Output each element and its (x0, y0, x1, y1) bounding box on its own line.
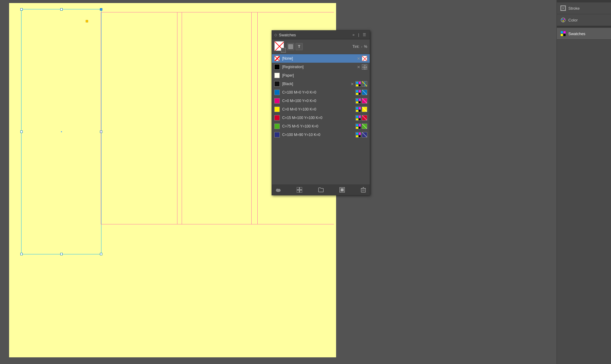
new-swatch-icon (339, 187, 345, 193)
svg-rect-13 (359, 82, 361, 84)
svg-rect-56 (359, 133, 361, 135)
sidebar-item-color[interactable]: Color (557, 14, 611, 26)
handle-bot-left[interactable] (20, 253, 23, 255)
swatch-name-blue: C=100 M=90 Y=10 K=0 (282, 133, 353, 137)
svg-point-80 (562, 19, 563, 20)
color-label: Color (568, 18, 578, 22)
swatch-icons-m100 (355, 98, 367, 104)
trash-icon (361, 187, 366, 193)
svg-rect-41 (356, 116, 358, 118)
swatch-color-registration (274, 64, 280, 70)
svg-line-3 (275, 56, 280, 61)
svg-rect-49 (359, 124, 361, 126)
swatch-color-c100 (274, 90, 280, 95)
svg-point-82 (563, 20, 564, 22)
svg-rect-86 (563, 34, 566, 36)
svg-rect-44 (359, 118, 361, 121)
swatch-icons-red (355, 115, 367, 121)
swatch-color-m100 (274, 98, 280, 104)
swatch-name-m100: C=0 M=100 Y=0 K=0 (282, 99, 353, 103)
svg-rect-37 (359, 110, 361, 112)
handle-top-right[interactable] (100, 8, 102, 11)
swatch-name-red: C=15 M=100 Y=100 K=0 (282, 116, 353, 120)
center-dot (61, 131, 62, 132)
c100-color-icon (362, 90, 367, 95)
svg-rect-35 (359, 107, 361, 109)
swatch-color-paper (274, 73, 280, 78)
handle-mid-right[interactable] (100, 131, 102, 133)
swatch-name-green: C=75 M=5 Y=100 K=0 (282, 124, 353, 128)
swatches-panel: ◇ Swatches » | ☰ (272, 30, 370, 195)
m100-cmyk-icon (355, 98, 361, 104)
delete-swatch-btn[interactable] (360, 187, 367, 193)
handle-mid-left[interactable] (20, 131, 23, 133)
swatch-row-black[interactable]: [Black] ✕ (272, 80, 370, 88)
swatch-row-paper[interactable]: [Paper] (272, 71, 370, 80)
svg-rect-22 (356, 93, 358, 95)
swatches-label: Swatches (568, 31, 585, 36)
swatch-row-registration[interactable]: [Registration] ✕ (272, 63, 370, 71)
panel-menu-btn[interactable]: ☰ (362, 32, 367, 38)
swatch-color-none (274, 56, 280, 61)
cloud-btn[interactable] (275, 187, 282, 193)
fill-stroke-preview[interactable] (274, 41, 285, 52)
sidebar-item-stroke[interactable]: Stroke (557, 2, 611, 14)
guide-vertical-4 (251, 12, 252, 224)
panel-footer (272, 184, 370, 195)
tint-label: Tint: (352, 45, 359, 49)
black-scissors-icon: ✕ (350, 81, 355, 86)
svg-rect-29 (356, 101, 358, 104)
sidebar-item-swatches[interactable]: Swatches (557, 28, 611, 40)
swatch-row-blue[interactable]: C=100 M=90 Y=10 K=0 (272, 131, 370, 139)
fill-stroke-toggle: T (287, 43, 303, 50)
cloud-icon (275, 187, 281, 192)
guide-vertical-5 (257, 12, 258, 224)
reg-scissors-icon: ✕ (356, 65, 361, 69)
swatch-name-none: [None] (282, 56, 354, 61)
handle-bot-right[interactable] (100, 253, 102, 255)
swatch-row-none[interactable]: [None] ✕ (272, 54, 370, 63)
swatch-row-m100[interactable]: C=0 M=100 Y=0 K=0 (272, 97, 370, 105)
swatch-row-green[interactable]: C=75 M=5 Y=100 K=0 (272, 122, 370, 131)
svg-rect-84 (563, 31, 566, 33)
titlebar-controls: » | ☰ (351, 32, 367, 38)
svg-rect-50 (356, 127, 358, 129)
new-swatch-btn[interactable] (339, 187, 345, 193)
handle-bot-mid[interactable] (60, 253, 63, 255)
red-cmyk-icon (355, 115, 361, 121)
handle-top-left[interactable] (20, 8, 23, 11)
swatch-color-y100 (274, 107, 280, 112)
swatch-row-c100[interactable]: C=100 M=0 Y=0 K=0 (272, 88, 370, 97)
swatch-row-y100[interactable]: C=0 M=0 Y=100 K=0 (272, 105, 370, 114)
stroke-text-btn[interactable]: T (296, 43, 303, 50)
guide-vertical-2 (177, 12, 177, 224)
none-x-icon (275, 56, 280, 61)
grid-view-btn[interactable] (296, 187, 303, 193)
green-color-icon (362, 124, 367, 129)
color-panel-icon (560, 17, 566, 23)
swatch-name-paper: [Paper] (282, 73, 367, 78)
sidebar-top-spacer (557, 0, 611, 2)
swatches-list: [None] ✕ [Registration] ✕ (272, 54, 370, 139)
svg-point-63 (278, 189, 280, 191)
svg-rect-51 (359, 127, 361, 129)
handle-top-mid[interactable] (60, 8, 63, 11)
svg-rect-48 (356, 124, 358, 126)
swatch-icons-c100 (355, 90, 367, 95)
swatch-name-black: [Black] (282, 82, 347, 86)
separator: | (357, 32, 360, 38)
expand-panel-btn[interactable]: » (351, 32, 356, 38)
canvas-area: ◇ Swatches » | ☰ (0, 0, 557, 364)
svg-rect-83 (561, 31, 563, 33)
red-color-icon (362, 115, 367, 121)
swatch-row-red[interactable]: C=15 M=100 Y=100 K=0 (272, 114, 370, 122)
c100-cmyk-icon (355, 90, 361, 95)
swatches-icon (560, 31, 566, 36)
tint-chevron: › (361, 45, 362, 48)
panel-title: Swatches (279, 33, 349, 37)
new-group-btn[interactable] (318, 187, 324, 193)
swatch-icons-none: ✕ (356, 56, 367, 61)
swatch-icons-green (355, 124, 367, 129)
fill-btn[interactable] (287, 43, 294, 50)
selection-box[interactable] (21, 9, 101, 254)
